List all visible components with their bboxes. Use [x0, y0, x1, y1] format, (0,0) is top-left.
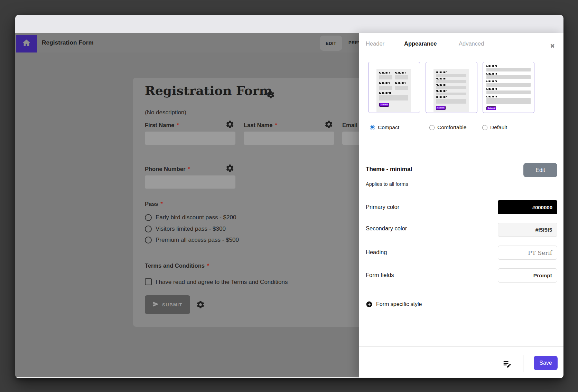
radio-circle [482, 125, 487, 130]
radio-circle [429, 125, 435, 130]
screen: Registration Form EDIT PREVIEW Registrat… [0, 0, 578, 392]
pass-option-label-3: Premium all access pass - $500 [156, 237, 239, 243]
secondary-color-swatch[interactable]: #f5f5f5 [498, 223, 557, 237]
form-name-title: Registration Form [42, 33, 94, 52]
mini-submit-button: Submit [436, 106, 446, 110]
thumb-comfortable-preview: Submit [434, 69, 469, 112]
form-specific-style-link[interactable]: Form specific style [376, 301, 422, 307]
primary-color-swatch[interactable]: #000000 [498, 200, 557, 214]
layout-thumb-comfortable[interactable]: Submit [426, 62, 477, 113]
secondary-color-label: Secondary color [366, 225, 407, 232]
heading-font-label: Heading [366, 249, 387, 256]
thumb-default-preview: Submit [486, 65, 531, 110]
submit-button[interactable]: SUBMIT [145, 295, 190, 314]
field-label-pass: Pass* [145, 201, 163, 207]
field-label-terms: Terms and Conditions* [145, 262, 209, 269]
phone-gear-icon[interactable] [225, 164, 234, 173]
fields-font-select[interactable]: Prompt [498, 268, 557, 283]
submit-gear-icon[interactable] [196, 300, 205, 309]
footer-divider [359, 346, 563, 347]
edit-note-icon[interactable] [502, 358, 513, 369]
mini-submit-button: Submit [379, 103, 389, 107]
required-asterisk: * [161, 201, 163, 207]
browser-window: Registration Form EDIT PREVIEW Registrat… [15, 15, 563, 378]
last-name-gear-icon[interactable] [324, 120, 333, 129]
footer-separator [523, 355, 523, 372]
mini-submit-button: Submit [486, 106, 496, 110]
field-label-phone: Phone Number* [145, 166, 190, 172]
thumb-compact-preview: Submit [376, 69, 411, 112]
theme-edit-button[interactable]: Edit [523, 163, 557, 177]
pass-option-radio-1[interactable] [145, 214, 152, 221]
form-description: (No description) [145, 109, 186, 116]
first-name-gear-icon[interactable] [225, 120, 234, 129]
field-label-last-name: Last Name* [244, 122, 277, 128]
tab-appearance[interactable]: Appearance [404, 40, 437, 47]
required-asterisk: * [275, 122, 277, 128]
save-button[interactable]: Save [534, 356, 558, 370]
form-title: Registration Form [145, 83, 272, 98]
field-label-first-name: First Name* [145, 122, 179, 128]
fields-font-label: Form fields [366, 272, 394, 278]
tab-header[interactable]: Header [366, 40, 384, 47]
required-asterisk: * [188, 166, 190, 172]
pass-option-label-1: Early bird discount pass - $200 [156, 214, 236, 221]
send-icon [152, 301, 159, 308]
theme-title: Theme - minimal [366, 166, 412, 173]
density-radio-compact[interactable]: Compact [370, 124, 399, 131]
fields-font-value: Prompt [533, 273, 552, 279]
density-radio-default[interactable]: Default [482, 124, 507, 131]
edit-mode-button[interactable]: EDIT [320, 36, 342, 51]
window-titlebar [15, 15, 563, 33]
pass-option-radio-3[interactable] [145, 237, 152, 243]
terms-checkbox[interactable] [145, 278, 152, 285]
appearance-panel: Header Appearance Advanced ✖ Submit [359, 33, 563, 378]
heading-font-value: PT Serif [528, 249, 552, 256]
required-asterisk: * [207, 263, 209, 269]
primary-color-label: Primary color [366, 204, 399, 210]
layout-thumb-compact[interactable]: Submit [368, 62, 420, 113]
density-radio-comfortable[interactable]: Comfortable [429, 124, 466, 131]
close-icon[interactable]: ✖ [550, 42, 555, 49]
layout-thumb-default[interactable]: Submit [483, 62, 534, 113]
phone-input[interactable] [145, 175, 235, 189]
terms-checkbox-label: I have read and agree to the Terms and C… [156, 279, 288, 286]
home-button[interactable] [16, 35, 37, 52]
pass-option-radio-2[interactable] [145, 226, 152, 232]
tab-advanced[interactable]: Advanced [459, 40, 484, 47]
theme-scope-note: Applies to all forms [366, 181, 408, 187]
required-asterisk: * [177, 122, 179, 128]
home-icon [22, 38, 31, 49]
plus-circle-icon[interactable] [366, 301, 373, 308]
first-name-input[interactable] [145, 132, 235, 145]
heading-font-select[interactable]: PT Serif [498, 246, 557, 260]
radio-circle [370, 125, 375, 130]
pass-option-label-2: Visitors limited pass - $300 [156, 226, 226, 232]
last-name-input[interactable] [244, 132, 334, 145]
form-title-gear-icon[interactable] [266, 90, 275, 99]
